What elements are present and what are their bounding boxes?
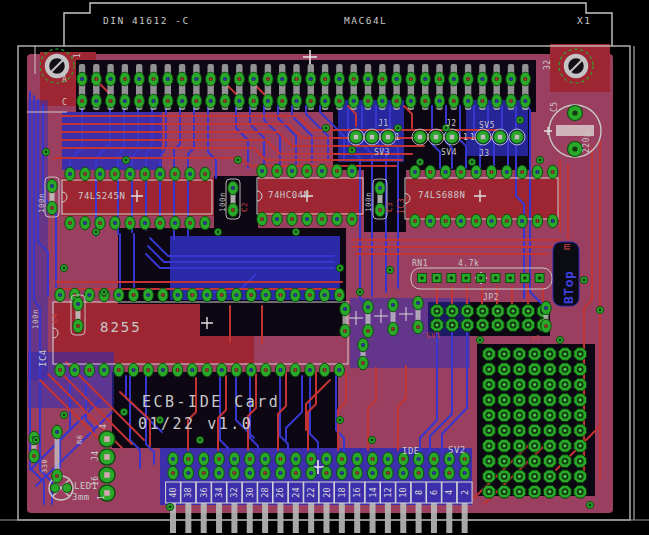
ide-pin [370,503,376,533]
pin-number: 16 [352,487,362,497]
ide-pin [308,503,314,533]
pin-number: 6 [429,490,439,495]
sv5-pin1: 1 [470,133,475,142]
pin-number: 8 [414,490,424,495]
ide-pin [231,503,237,533]
a1-marker: a1 [531,334,540,342]
pin-number: 34 [214,487,224,497]
ic3-ref: IC3 [397,198,406,214]
cap4-value: 100n [31,309,40,329]
r6-ref: R6 [76,435,84,444]
row-a-label: A [62,75,67,84]
pcb-editor-window: 403836343230282624222018161412108642DIN … [0,0,649,535]
ide-pin [416,503,422,533]
r6-value: 330 [41,459,49,473]
j2-ref: J2 [446,119,457,128]
pin-number: 36 [199,487,209,497]
j3-ref: J3 [479,149,490,158]
led1-size: 3mm [72,492,90,502]
board-version: 01/22 v1.0 [138,415,253,433]
btop-text: BTop [561,271,576,304]
ide-pin [201,503,207,533]
ide-pin [462,503,468,533]
jumper-sv3[interactable] [348,129,396,145]
cap1-value: 100n [37,193,46,213]
c2-ref: C2 [240,202,249,212]
ide-pin [446,503,452,533]
pin-number: 24 [291,487,301,497]
pin-number: 2 [460,490,470,495]
pin-number: 28 [260,487,270,497]
row-c-label: C [62,98,67,107]
pin-number: 30 [245,487,255,497]
rn1-ref: RN1 [412,259,428,268]
ide-pin [339,503,345,533]
config-jumpers[interactable] [348,129,525,145]
c3-ref: C3 [385,202,394,212]
c4-ref: C4 [50,313,59,323]
rn1-value: 4.7k [458,259,479,268]
pin-number: 22 [306,487,316,497]
jumper-sv5[interactable] [475,129,525,145]
ide-pin [185,503,191,533]
jp2-ref: JP2 [483,293,499,302]
jumper-sv4[interactable] [412,129,460,145]
pin-number: 20 [322,487,332,497]
ide-pin [216,503,222,533]
board-title: ECB-IDE Card [142,393,280,411]
pin-number: 10 [398,487,408,497]
cap220-value: 220µ [582,132,591,153]
ide-label: IDE [402,446,420,456]
ide-pin [293,503,299,533]
j4-ref: J4 [91,450,100,461]
resistor-network-rn1[interactable] [418,274,545,283]
pin1-marker: 1 [73,53,82,58]
sv3-pin1: 1 [395,133,400,142]
cap3-value: 100n [364,192,373,212]
ic3-value: 74LS688N [418,190,465,200]
btop-mirror-text: m [560,243,573,250]
ic4-value: 8255 [100,319,142,335]
ic4-ref: IC4 [38,349,48,367]
ide-pin [277,503,283,533]
ide-pin [262,503,268,533]
pin-number: 4 [444,490,454,495]
ide-pin [324,503,330,533]
c5-ref: C5 [550,101,559,112]
ide-pin [400,503,406,533]
pin32-marker: 32 [543,59,552,70]
pin-number: 14 [368,487,378,497]
ide-pin [247,503,253,533]
sv5-ref: SV5 [479,121,495,130]
pin-number: 32 [229,487,239,497]
pin-number: 12 [383,487,393,497]
sv3-ref: SV3 [374,148,390,157]
sv2-ref: SV2 [448,445,466,455]
cap2-value: 100n [218,192,227,212]
pin-number: 26 [275,487,285,497]
led1-ref: LED1 [74,481,98,491]
j1-ref: J1 [378,119,389,128]
connector-ref-label: X1 [577,15,591,26]
ide-pin [431,503,437,533]
pin-number: 38 [183,487,193,497]
connector-family-label: MAC64L [344,15,387,26]
sv1-ref: SV1 [426,331,441,340]
pin-number: 18 [337,487,347,497]
connector-type-label: DIN 41612 -C [103,15,190,26]
sv4-ref: SV4 [441,148,457,157]
j4-pin1: 1 [97,495,106,500]
pin-number: 40 [168,487,178,497]
ic2-value: 74HC04N [268,190,309,200]
ide-pin [354,503,360,533]
ide-pin [385,503,391,533]
j4-pin4: 4 [99,424,108,429]
sv4-pin1: 1 [463,133,468,142]
pcb-canvas[interactable]: 403836343230282624222018161412108642DIN … [0,0,649,535]
ic1-value: 74LS245N [78,191,125,201]
